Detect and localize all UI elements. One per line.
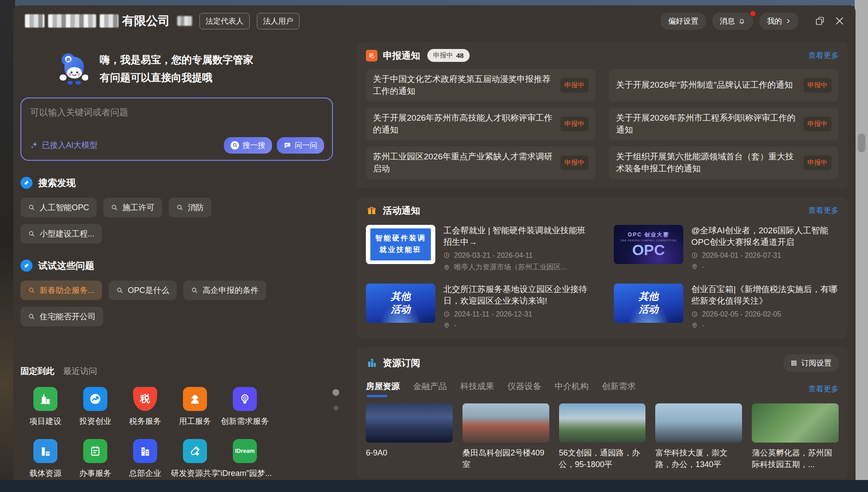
company-suffix: 有限公司	[122, 13, 170, 29]
resource-card[interactable]: 6-9A0	[366, 403, 453, 470]
property-photo	[752, 403, 839, 443]
location-pin-icon	[443, 322, 450, 329]
legal-representative-badge[interactable]: 法定代表人	[199, 13, 250, 29]
app-affairs-service[interactable]: 办事服务	[70, 439, 120, 479]
activity-item[interactable]: 智能硬件装调 就业技能班 工会帮就业 | 智能硬件装调就业技能班招生中→ 202…	[366, 225, 591, 272]
buildings-icon	[133, 439, 157, 463]
gift-icon	[366, 205, 377, 216]
ask-button[interactable]: 问一问	[277, 137, 324, 154]
company-name: 有限公司	[25, 13, 170, 29]
scrollbar-thumb[interactable]	[858, 134, 865, 152]
app-employment-service[interactable]: 用工服务	[170, 387, 220, 427]
carousel-dots	[333, 389, 339, 411]
question-chip[interactable]: 住宅能否开公司	[20, 307, 103, 326]
search-input[interactable]	[30, 107, 324, 118]
notification-dot	[750, 10, 756, 17]
assistant-search-box: 已接入AI大模型 搜一搜	[20, 98, 333, 161]
clock-icon	[691, 252, 698, 259]
question-chip[interactable]: OPC是什么	[109, 281, 177, 300]
activity-location: -	[691, 263, 839, 271]
clock-icon	[691, 311, 698, 317]
resource-tabs: 房屋资源 金融产品 科技成果 仪器设备 中介机构 创新需求	[366, 381, 636, 397]
property-photo	[559, 403, 646, 443]
notice-item[interactable]: 关于开展2026年苏州市工程系列职称评审工作的通知 申报中	[609, 108, 839, 140]
company-name-redacted	[48, 14, 96, 28]
view-more-link[interactable]: 查看更多	[808, 205, 839, 216]
question-chip-highlighted[interactable]: 新春助企服务...	[20, 281, 102, 300]
view-more-link[interactable]: 查看更多	[808, 384, 839, 394]
activity-location: 唯亭人力资源市场（苏州工业园区...	[443, 263, 591, 272]
app-project-construction[interactable]: 项目建设	[20, 387, 70, 427]
notice-item[interactable]: 关于中国文化艺术政府奖第五届动漫奖申报推荐工作的通知 申报中	[366, 69, 596, 102]
app-rd-resource-sharing[interactable]: 研发资源共享	[170, 439, 220, 479]
discover-chip[interactable]: 人工智能OPC	[20, 198, 97, 217]
app-investment-startup[interactable]: 投资创业	[70, 387, 120, 427]
activity-thumbnail: 智能硬件装调 就业技能班	[366, 225, 435, 264]
desktop-right-strip	[855, 0, 868, 481]
notice-item[interactable]: 关于开展2026年“苏州制造”品牌认证工作的通知 申报中	[609, 69, 839, 102]
resource-card[interactable]: 桑田岛科创园2号楼409室	[462, 403, 549, 470]
carousel-dot-active[interactable]	[333, 389, 339, 396]
tab-instruments[interactable]: 仪器设备	[507, 381, 541, 397]
app-innovation-demand-service[interactable]: 创新需求服务	[220, 387, 270, 427]
activity-location: -	[443, 321, 591, 329]
sparkle-icon	[30, 141, 38, 149]
activity-date: 2026-02-05 - 2026-02-05	[691, 310, 839, 318]
activity-item[interactable]: 其他 活动 北交所江苏服务基地设立园区企业接待日，欢迎园区企业来访来询! 202…	[366, 284, 591, 329]
app-idream-park[interactable]: IDream “iDream”园梦...	[220, 439, 270, 479]
discover-chip[interactable]: 小型建设工程...	[20, 224, 102, 244]
declaring-status-tag: 申报中	[803, 117, 831, 131]
view-more-link[interactable]: 查看更多	[808, 50, 839, 61]
notice-item[interactable]: 关于组织开展第六批能源领域首台（套）重大技术装备申报工作的通知 申报中	[609, 146, 839, 179]
search-button[interactable]: 搜一搜	[224, 137, 272, 154]
my-menu-button[interactable]: 我的	[759, 12, 799, 30]
resource-card[interactable]: 蒲公英孵化器，苏州国际科技园五期，...	[752, 403, 839, 470]
company-name-redacted	[100, 14, 118, 28]
resource-card[interactable]: 富华科技大厦，崇文路，办公，1340平	[655, 403, 742, 470]
tab-housing-resources[interactable]: 房屋资源	[366, 381, 400, 397]
activity-thumbnail: 其他 活动	[366, 284, 435, 323]
subscription-settings-button[interactable]: 订阅设置	[783, 354, 839, 372]
discover-chip[interactable]: 施工许可	[103, 198, 162, 217]
restore-window-icon[interactable]	[815, 16, 825, 26]
clipboard-icon	[83, 439, 107, 463]
pin-here-label[interactable]: 固定到此	[20, 366, 54, 377]
tab-tech-achievements[interactable]: 科技成果	[460, 381, 494, 397]
question-chip[interactable]: 高企申报的条件	[183, 281, 266, 300]
declaring-count-badge: 申报中 48	[427, 49, 470, 62]
titlebar: 有限公司 法定代表人 法人用户 偏好设置 消息 我的	[13, 5, 856, 34]
chevron-right-icon	[785, 18, 791, 24]
resource-card[interactable]: 56文创园，通园路，办公，95-1800平	[559, 403, 646, 470]
search-discover-header: 搜索发现	[20, 177, 333, 189]
activity-date: 2026-04-01 - 2026-07-31	[691, 252, 839, 260]
quick-access-grid: 项目建设 投资创业 税 税务服务	[20, 387, 333, 479]
app-headquarters-enterprise[interactable]: 总部企业	[120, 439, 170, 479]
declaration-notice-section: 申报通知 申报中 48 查看更多 关于中国文化艺术政府奖第五届动漫奖申报推荐工作…	[357, 42, 848, 188]
search-icon	[28, 204, 35, 211]
app-carrier-resources[interactable]: 载体资源	[20, 439, 70, 479]
clock-icon	[443, 311, 450, 317]
notice-item[interactable]: 苏州工业园区2026年重点产业紧缺人才需求调研启动 申报中	[366, 146, 596, 179]
svg-text:易: 易	[66, 57, 71, 62]
activity-item[interactable]: OPC 创业大赛 ONE PERSON COMPANY COMPETITION …	[614, 225, 839, 272]
test-tube-gear-icon	[183, 439, 207, 463]
notice-item[interactable]: 关于开展2026年苏州市高技能人才职称评审工作的通知 申报中	[366, 108, 596, 140]
desktop-left-strip	[0, 0, 15, 492]
preferences-button[interactable]: 偏好设置	[661, 12, 706, 30]
tab-intermediaries[interactable]: 中介机构	[555, 381, 588, 397]
search-icon	[191, 287, 198, 294]
app-window: 有限公司 法定代表人 法人用户 偏好设置 消息 我的	[13, 5, 856, 480]
tab-financial-products[interactable]: 金融产品	[413, 381, 447, 397]
assistant-column: 易 嗨，我是易宝，您的专属数字管家 有问题	[20, 39, 333, 479]
search-icon	[116, 287, 123, 294]
legal-person-user-badge[interactable]: 法人用户	[257, 13, 300, 29]
desktop-bottom-strip	[0, 480, 868, 492]
messages-button[interactable]: 消息	[712, 12, 753, 30]
discover-chip[interactable]: 消防	[169, 198, 211, 217]
app-tax-service[interactable]: 税 税务服务	[120, 387, 170, 427]
recent-visits-label[interactable]: 最近访问	[63, 366, 97, 377]
tab-innovation-demand[interactable]: 创新需求	[602, 381, 636, 397]
activity-item[interactable]: 其他 活动 创业百宝箱|《新增值税法实施后，有哪些新变化值得关注》 2026-0…	[614, 284, 839, 329]
carousel-dot[interactable]	[333, 406, 338, 411]
close-window-icon[interactable]	[834, 16, 845, 26]
